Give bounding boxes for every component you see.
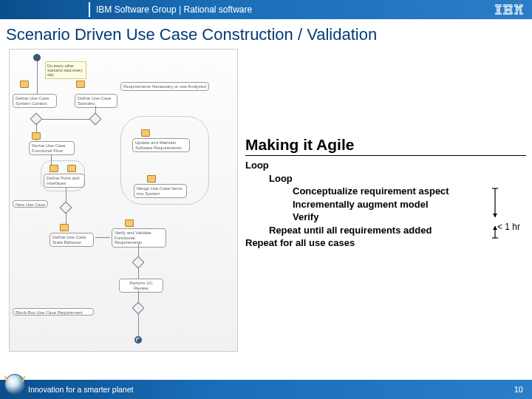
agile-rule [245, 155, 526, 156]
folder-icon [20, 81, 29, 88]
svg-rect-1 [495, 6, 502, 7]
connector [138, 290, 139, 302]
folder-icon [76, 81, 85, 88]
agile-panel: Making it Agile Loop Loop Conceptualize … [245, 136, 526, 250]
footer-bar: Innovation for a smarter planet 10 [0, 380, 532, 399]
svg-rect-25 [519, 9, 522, 10]
svg-rect-8 [503, 4, 513, 5]
connector [95, 237, 110, 238]
footer-tagline: Innovation for a smarter planet [28, 385, 133, 394]
slide-title: Scenario Driven Use Case Construction / … [0, 19, 532, 49]
agile-lines: Loop Loop Conceptualize requirement aspe… [245, 159, 526, 250]
end-node [137, 338, 141, 343]
svg-rect-2 [497, 7, 500, 8]
svg-rect-3 [497, 9, 500, 10]
svg-marker-38 [493, 214, 497, 217]
diagram-label: Black-Box Use Case Requirement [13, 308, 94, 316]
agile-line: Verify [245, 211, 526, 224]
page-number: 10 [514, 385, 523, 394]
duration-label: < 1 hr [497, 222, 520, 232]
connector [138, 268, 139, 279]
svg-rect-18 [514, 4, 518, 5]
svg-rect-16 [503, 13, 513, 13]
workflow-diagram: Do every other scenario step every day R… [9, 49, 238, 352]
diagram-box: Perform UC Review [119, 279, 163, 293]
diagram-note: Do every other scenario step every day [45, 61, 86, 79]
svg-rect-29 [519, 10, 519, 11]
agile-line: Repeat for all use cases [245, 236, 526, 250]
svg-rect-33 [519, 13, 523, 13]
svg-rect-35 [519, 14, 523, 15]
smarter-planet-icon [4, 374, 25, 395]
svg-rect-24 [516, 9, 518, 10]
diagram-label: Requirements Necessary or use Analyzed [120, 82, 209, 91]
decision-node [132, 302, 145, 315]
agile-line: Loop [245, 159, 526, 172]
diagram-box: Define Use-Case System Context [13, 94, 57, 108]
content-area: Do every other scenario step every day R… [0, 49, 532, 381]
decision-node [132, 256, 145, 269]
svg-rect-11 [510, 7, 513, 8]
ibm-logo [495, 4, 523, 15]
connector [42, 119, 89, 120]
svg-rect-17 [503, 14, 513, 15]
connector [37, 61, 38, 94]
diagram-box: Define Use-Case State Behavior [50, 233, 94, 247]
diagram-box: Define Use-Case Scenario [75, 94, 117, 108]
svg-rect-7 [495, 14, 502, 15]
start-node [33, 54, 41, 61]
svg-rect-5 [497, 12, 500, 13]
decision-node [89, 113, 102, 126]
decision-node [60, 202, 72, 214]
diagram-label: New Use Case [13, 200, 48, 208]
connector [138, 243, 139, 256]
diagram-box: Derive Use-Case Functional Flow [29, 141, 75, 155]
svg-rect-9 [503, 6, 513, 7]
svg-rect-13 [505, 10, 512, 11]
svg-rect-28 [519, 10, 522, 11]
folder-icon [125, 219, 134, 227]
svg-rect-22 [516, 7, 519, 8]
svg-rect-34 [514, 14, 518, 15]
agile-heading: Making it Agile [245, 136, 526, 154]
group-outline [41, 160, 85, 191]
header-divider [89, 2, 90, 17]
svg-rect-21 [519, 6, 523, 7]
agile-line: Repeat until all requirements added [245, 224, 526, 237]
svg-rect-12 [505, 9, 512, 10]
svg-rect-10 [505, 7, 508, 8]
svg-rect-15 [510, 12, 513, 13]
svg-rect-0 [495, 4, 502, 5]
group-outline [120, 116, 209, 205]
folder-icon [32, 132, 41, 140]
folder-icon [60, 224, 69, 231]
header-group-text: IBM Software Group | Rational software [96, 4, 252, 15]
svg-rect-4 [497, 10, 500, 11]
svg-rect-23 [519, 7, 522, 8]
svg-rect-32 [514, 13, 518, 13]
svg-rect-27 [516, 10, 518, 11]
svg-rect-14 [505, 12, 508, 13]
svg-rect-31 [519, 12, 522, 13]
diagram-box: Verify and Validate Functional Requireme… [112, 228, 166, 248]
svg-rect-6 [495, 13, 502, 13]
svg-rect-20 [514, 6, 519, 7]
svg-rect-19 [519, 4, 523, 5]
header-bar: IBM Software Group | Rational software [0, 0, 532, 19]
svg-rect-30 [516, 12, 518, 13]
agile-line: Loop [245, 172, 526, 185]
header-left: IBM Software Group | Rational software [0, 2, 252, 17]
agile-line: Incrementally augment model [245, 198, 526, 211]
svg-rect-26 [518, 9, 519, 10]
connector [138, 314, 139, 336]
agile-line: Conceptualize requirement aspect [245, 185, 526, 198]
